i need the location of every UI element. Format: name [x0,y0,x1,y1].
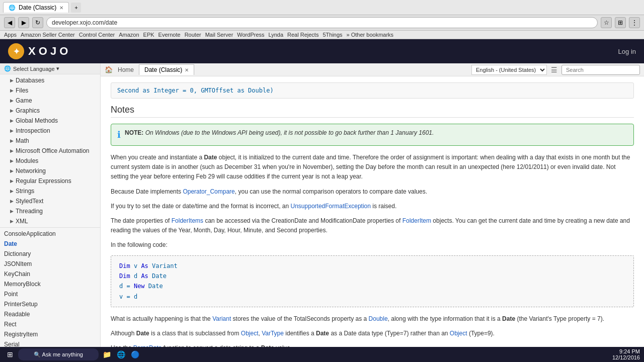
sidebar-item-rect[interactable]: Rect [0,319,100,329]
bookmark-evernote[interactable]: Evernote [158,32,181,38]
sidebar-item-label: Game [16,97,32,104]
sidebar-item-consoleapplication[interactable]: ConsoleApplication [0,229,100,239]
body-para-5: In the following code: [111,240,634,250]
sidebar-item-files[interactable]: ▶Files [0,85,100,96]
bookmark-real-rejects[interactable]: Real Rejects [287,32,318,38]
sidebar-item-dictionary[interactable]: Dictionary [0,249,100,259]
xojo-logo-text: X O J O [28,45,68,58]
sidebar-item-math[interactable]: ▶Math [0,136,100,146]
extensions-button[interactable]: ⊞ [615,17,626,28]
home-icon: 🏠 [105,66,113,73]
sidebar-item-label: Databases [16,77,44,84]
body-para-4: The date properties of FolderItems can b… [111,216,634,235]
tab-title: Date (Classic) [19,4,56,11]
sidebar-item-label: Introspection [16,127,50,134]
sidebar-item-printersetup[interactable]: PrinterSetup [0,299,100,309]
new-tab-button[interactable]: + [71,3,81,13]
body-para-2: Because Date implements Operator_Compare… [111,187,634,197]
bookmark-button[interactable]: ☆ [601,17,612,28]
start-button[interactable]: ⊞ [4,348,16,360]
bookmark-control-center[interactable]: Control Center [79,32,115,38]
sidebar-item-msoffice[interactable]: ▶Microsoft Office Automation [0,146,100,156]
sidebar-item-game[interactable]: ▶Game [0,96,100,106]
reload-button[interactable]: ↻ [32,17,43,28]
chrome-icon[interactable]: 🔵 [129,348,141,360]
sidebar-item-date[interactable]: Date [0,239,100,249]
sidebar-item-label: Networking [16,167,46,174]
sidebar-item-regex[interactable]: ▶Regular Expressions [0,176,100,186]
sidebar-item-introspection[interactable]: ▶Introspection [0,126,100,136]
bookmark-wordpress[interactable]: WordPress [237,32,264,38]
sidebar-item-styledtext[interactable]: ▶StyledText [0,196,100,206]
file-explorer-icon[interactable]: 📁 [101,348,113,360]
tab-close-button[interactable]: ✕ [59,5,63,11]
sidebar-item-label: Regular Expressions [16,177,71,185]
content-area: Second as Integer = 0, GMTOffset as Doub… [101,76,644,350]
view-toggle-icon[interactable]: ☰ [551,66,557,74]
taskbar-left: ⊞ 🔍 Ask me anything 📁 🌐 🔵 [4,348,141,360]
bookmark-apps[interactable]: Apps [4,32,17,38]
sidebar-item-label: Date [4,240,17,247]
object-link[interactable]: Object [241,330,259,337]
sidebar-item-label: StyledText [16,198,43,205]
bookmark-epk[interactable]: EPK [143,32,154,38]
bookmark-other[interactable]: » Other bookmarks [347,32,394,38]
login-button[interactable]: Log in [618,48,636,55]
sidebar-lang-arrow: ▾ [56,65,59,72]
doc-tab-close[interactable]: ✕ [185,67,189,73]
note-label: NOTE: [125,129,143,136]
sidebar-item-label: ConsoleApplication [4,230,56,237]
sidebar-item-xml[interactable]: ▶XML [0,216,100,226]
bookmark-amazon[interactable]: Amazon [119,32,139,38]
sidebar-item-memoryblock[interactable]: MemoryBlock [0,279,100,289]
edge-icon[interactable]: 🌐 [115,348,127,360]
unsupported-format-link[interactable]: UnsupportedFormatException [291,203,371,210]
sidebar-item-registryitem[interactable]: RegistryItem [0,329,100,339]
sidebar-item-threading[interactable]: ▶Threading [0,206,100,216]
sidebar-item-databases[interactable]: ▶Databases [0,75,100,85]
object-link-2[interactable]: Object [450,330,467,337]
menu-button[interactable]: ⋮ [629,17,640,28]
bookmarks-bar: Apps Amazon Seller Center Control Center… [0,31,644,39]
code-line-2: Dim d As Date [119,271,625,281]
folderitem-link[interactable]: FolderItem [403,217,431,224]
forward-button[interactable]: ▶ [18,17,29,28]
bookmark-5things[interactable]: 5Things [323,32,342,38]
sidebar-language-selector[interactable]: Select Language ▾ [13,65,59,72]
sidebar-item-readable[interactable]: Readable [0,309,100,319]
sidebar-item-strings[interactable]: ▶Strings [0,186,100,196]
browser-tab[interactable]: 🌐 Date (Classic) ✕ [3,2,69,13]
doc-layout: 🌐 Select Language ▾ ▶Databases ▶Files ▶G… [0,63,644,360]
toolbar-right: English - (United States) ☰ [471,65,640,75]
sidebar-item-label: Threading [16,208,43,215]
language-select[interactable]: English - (United States) [471,65,547,75]
variant-link[interactable]: Variant [212,315,231,322]
url-bar[interactable]: developer.xojo.com/date [46,17,598,28]
sidebar-item-jsonitem[interactable]: JSONItem [0,259,100,269]
bookmark-mail-server[interactable]: Mail Server [205,32,233,38]
doc-toolbar: 🏠 Home Date (Classic) ✕ English - (Unite… [101,63,644,76]
sidebar-section-main: ▶Databases ▶Files ▶Game ▶Graphics ▶Globa… [0,74,100,360]
home-link[interactable]: Home [115,65,137,75]
back-button[interactable]: ◀ [4,17,15,28]
vartype-link[interactable]: VarType [262,330,284,337]
folderitems-link[interactable]: FolderItems [172,217,203,224]
search-input[interactable] [561,65,640,75]
sidebar-item-modules[interactable]: ▶Modules [0,156,100,166]
double-link[interactable]: Double [369,315,388,322]
sidebar-item-graphics[interactable]: ▶Graphics [0,106,100,116]
search-taskbar[interactable]: 🔍 Ask me anything [18,348,99,360]
bookmark-router[interactable]: Router [185,32,201,38]
doc-tab-date[interactable]: Date (Classic) ✕ [139,64,194,75]
date-display: 12/12/2016 [612,354,640,360]
xojo-logo-icon: ✦ [8,43,24,59]
note-box: ℹ NOTE: On Windows (due to the Windows A… [111,124,634,146]
bookmark-amazon-seller[interactable]: Amazon Seller Center [21,32,75,38]
bookmark-lynda[interactable]: Lynda [269,32,284,38]
sidebar-item-keychain[interactable]: KeyChain [0,269,100,279]
sidebar-item-point[interactable]: Point [0,289,100,299]
sidebar-item-global-methods[interactable]: ▶Global Methods [0,116,100,126]
sidebar-item-label: KeyChain [4,270,30,278]
sidebar-item-networking[interactable]: ▶Networking [0,166,100,176]
operator-compare-link[interactable]: Operator_Compare [183,188,234,195]
